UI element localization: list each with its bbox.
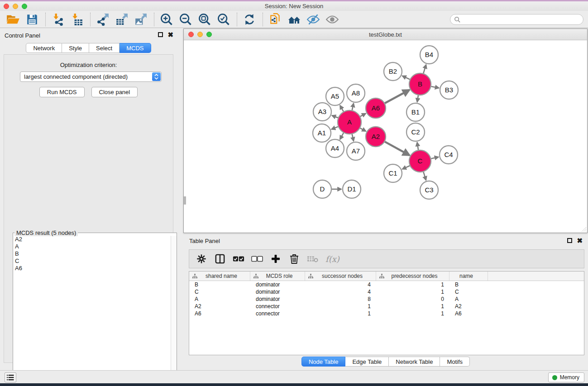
- table-row[interactable]: Bdominator41B: [189, 281, 584, 288]
- table-cell[interactable]: 1: [376, 303, 449, 310]
- delete-column-trash-icon[interactable]: [288, 253, 300, 265]
- clone-network-icon[interactable]: [268, 12, 283, 27]
- mcds-result-item[interactable]: B: [14, 250, 170, 257]
- table-cell[interactable]: 1: [305, 310, 376, 317]
- graph-edge-C-C3[interactable]: [423, 172, 426, 180]
- table-row[interactable]: Cdominator41C: [189, 288, 584, 295]
- graph-edge-A-A3[interactable]: [332, 115, 338, 118]
- unselect-all-columns-icon[interactable]: [251, 253, 263, 265]
- task-history-button[interactable]: [5, 372, 16, 382]
- table-cell[interactable]: 1: [376, 281, 449, 288]
- hide-graphics-details-icon[interactable]: [306, 12, 321, 27]
- table-cell[interactable]: dominator: [250, 296, 305, 302]
- graph-edge-A-A8[interactable]: [352, 103, 354, 110]
- zoom-selected-icon[interactable]: [216, 12, 231, 27]
- graph-edge-A-A2[interactable]: [360, 128, 366, 131]
- graph-edge-A2-C[interactable]: [385, 142, 409, 155]
- export-image-icon[interactable]: [133, 12, 148, 27]
- graph-edge-B-B1[interactable]: [417, 95, 418, 102]
- canvas-scrollbar-thumb[interactable]: [184, 196, 186, 205]
- open-file-icon[interactable]: [5, 12, 21, 27]
- graph-edge-A-A7[interactable]: [352, 134, 354, 141]
- import-network-icon[interactable]: [50, 12, 66, 27]
- graph-edge-B-B4[interactable]: [423, 65, 426, 73]
- export-table-icon[interactable]: [114, 12, 129, 27]
- save-session-icon[interactable]: [24, 12, 40, 27]
- select-all-columns-icon[interactable]: [233, 253, 244, 265]
- table-cell[interactable]: 4: [305, 289, 376, 295]
- graph-edge-A-A4[interactable]: [340, 133, 344, 139]
- create-column-plus-icon[interactable]: [270, 253, 282, 265]
- export-network-icon[interactable]: [95, 12, 110, 27]
- run-mcds-button[interactable]: Run MCDS: [39, 87, 85, 97]
- refresh-icon[interactable]: [242, 12, 257, 27]
- graph-edge-A-A5[interactable]: [340, 105, 344, 111]
- mcds-result-item[interactable]: A6: [14, 265, 170, 272]
- table-cell[interactable]: A6: [449, 310, 488, 317]
- table-cell[interactable]: C: [189, 289, 250, 295]
- graph-edge-B-B3[interactable]: [431, 86, 439, 88]
- graph-edge-A-A6[interactable]: [360, 114, 366, 116]
- mcds-result-item[interactable]: C: [14, 257, 170, 265]
- tab-node-table[interactable]: Node Table: [301, 357, 346, 367]
- delete-table-icon[interactable]: [307, 253, 319, 265]
- table-cell[interactable]: 1: [376, 289, 449, 295]
- table-cell[interactable]: B: [189, 281, 250, 288]
- network-canvas[interactable]: B4B2BB3A5A8A6A3AB1A1A2C2A4A7C4CC1C3DD1: [184, 40, 587, 233]
- graph-edge-A6-B[interactable]: [385, 90, 409, 103]
- table-cell[interactable]: dominator: [250, 281, 305, 288]
- mcds-result-item[interactable]: A2: [14, 236, 170, 243]
- close-table-panel-icon[interactable]: ✖: [577, 238, 583, 243]
- table-cell[interactable]: A: [449, 296, 488, 302]
- criterion-dropdown[interactable]: largest connected component (directed): [20, 71, 162, 82]
- resize-grip-icon[interactable]: [580, 226, 587, 232]
- close-panel-button[interactable]: Close panel: [91, 87, 138, 97]
- graph-edge-C-C4[interactable]: [431, 157, 438, 159]
- table-settings-gear-icon[interactable]: [196, 253, 207, 265]
- table-cell[interactable]: A2: [189, 303, 250, 310]
- mcds-result-list[interactable]: A2ABCA6: [14, 236, 170, 386]
- table-cell[interactable]: B: [449, 281, 488, 288]
- tab-network[interactable]: Network: [26, 43, 62, 53]
- zoom-in-icon[interactable]: [159, 12, 174, 27]
- import-table-icon[interactable]: [69, 12, 85, 27]
- tab-mcds[interactable]: MCDS: [120, 43, 151, 53]
- memory-button[interactable]: Memory: [548, 372, 584, 382]
- column-header-name[interactable]: name: [449, 272, 488, 281]
- graph-edge-A-A1[interactable]: [331, 127, 338, 129]
- float-table-panel-icon[interactable]: [567, 238, 572, 243]
- node-table[interactable]: shared nameMCDS rolesuccessor nodesprede…: [189, 271, 584, 355]
- float-panel-icon[interactable]: [158, 32, 163, 37]
- tab-style[interactable]: Style: [62, 43, 89, 53]
- graph-edge-C-C2[interactable]: [417, 143, 419, 150]
- table-cell[interactable]: 0: [376, 296, 449, 302]
- search-input[interactable]: [461, 15, 583, 24]
- tab-network-table[interactable]: Network Table: [389, 357, 440, 367]
- table-cell[interactable]: A: [189, 296, 250, 302]
- tab-motifs[interactable]: Motifs: [440, 357, 470, 367]
- show-column-panel-icon[interactable]: [214, 253, 226, 265]
- tab-edge-table[interactable]: Edge Table: [345, 357, 389, 367]
- table-cell[interactable]: connector: [250, 303, 305, 310]
- column-header-MCDS-role[interactable]: MCDS role: [250, 272, 305, 281]
- column-header-predecessor-nodes[interactable]: predecessor nodes: [376, 272, 449, 281]
- graph-edge-B-B2[interactable]: [402, 76, 410, 80]
- close-panel-icon[interactable]: ✖: [167, 32, 173, 37]
- graph-edge-C-C1[interactable]: [402, 166, 410, 169]
- column-header-successor-nodes[interactable]: successor nodes: [305, 272, 376, 281]
- first-neighbors-icon[interactable]: [287, 12, 302, 27]
- table-cell[interactable]: connector: [250, 310, 305, 317]
- table-row[interactable]: Adominator80A: [189, 295, 584, 303]
- table-cell[interactable]: 4: [305, 281, 376, 288]
- table-cell[interactable]: A6: [189, 310, 250, 317]
- table-cell[interactable]: 1: [376, 310, 449, 317]
- table-cell[interactable]: 8: [305, 296, 376, 302]
- mcds-result-item[interactable]: A: [14, 243, 170, 250]
- zoom-out-icon[interactable]: [178, 12, 193, 27]
- column-header-shared-name[interactable]: shared name: [189, 272, 250, 281]
- table-cell[interactable]: dominator: [250, 289, 305, 295]
- show-graphics-details-icon[interactable]: [325, 12, 340, 27]
- table-cell[interactable]: 1: [305, 303, 376, 310]
- table-row[interactable]: A6connector11A6: [189, 310, 584, 317]
- zoom-fit-icon[interactable]: [197, 12, 212, 27]
